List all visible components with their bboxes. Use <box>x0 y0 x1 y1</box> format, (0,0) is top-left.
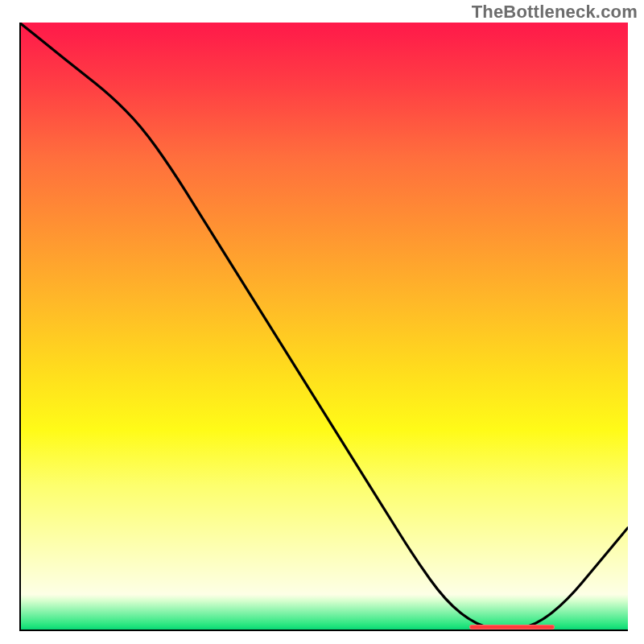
attribution-text: TheBottleneck.com <box>472 2 638 23</box>
chart-gradient-background <box>19 23 628 631</box>
optimal-range-marker <box>469 625 555 630</box>
